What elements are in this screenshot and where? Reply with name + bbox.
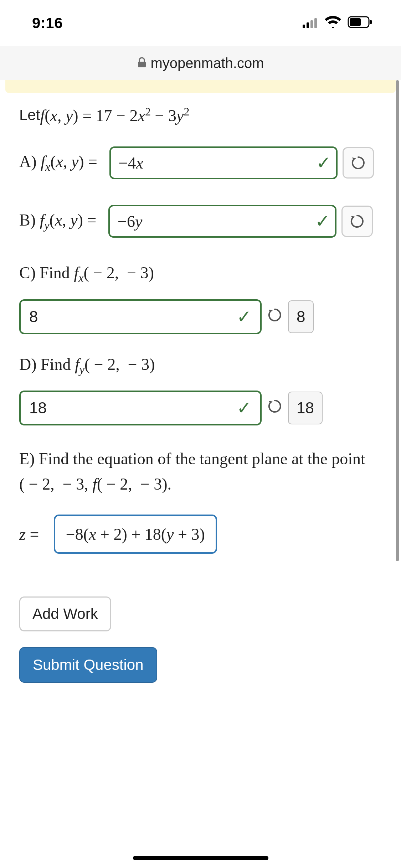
- part-d-answer-row: 18 ✓ 18: [19, 391, 392, 425]
- part-e-text: E) Find the equation of the tangent plan…: [19, 450, 365, 493]
- retry-icon-d[interactable]: [267, 398, 283, 418]
- lock-icon: [137, 57, 146, 69]
- submit-question-button[interactable]: Submit Question: [19, 647, 157, 683]
- text-let: Let: [19, 107, 40, 124]
- notice-band: [5, 80, 396, 93]
- part-e-input[interactable]: −8(x + 2) + 18(y + 3): [54, 515, 217, 554]
- part-e-label: E) Find the equation of the tangent plan…: [19, 446, 392, 497]
- svg-rect-3: [314, 18, 317, 28]
- part-c-value: 8: [29, 308, 38, 326]
- retry-icon: [267, 307, 283, 323]
- svg-rect-0: [303, 25, 305, 28]
- check-icon: ✓: [237, 398, 252, 418]
- math-func: f(x, y) = 17 − 2x2 − 3y2: [40, 105, 189, 125]
- z-equals: z =: [19, 525, 43, 544]
- part-b-row: B) fy(x, y) = −6y ✓: [19, 205, 392, 238]
- status-bar: 9:16: [0, 0, 401, 46]
- part-d-label: D) Find fy( − 2, − 3): [19, 355, 392, 376]
- part-a-input[interactable]: −4x ✓: [109, 146, 338, 179]
- part-c-correct-answer: 8: [288, 300, 314, 333]
- retry-button-a[interactable]: [343, 147, 374, 179]
- question-content: Let f(x, y) = 17 − 2x2 − 3y2 A) fx(x, y)…: [19, 105, 392, 868]
- status-time: 9:16: [32, 15, 63, 32]
- part-d-correct-answer: 18: [288, 392, 323, 424]
- svg-rect-1: [307, 22, 309, 28]
- signal-icon: [303, 15, 318, 32]
- home-indicator[interactable]: [133, 856, 268, 860]
- retry-icon: [349, 213, 365, 229]
- part-b-value: −6y: [118, 212, 142, 231]
- part-d-input[interactable]: 18 ✓: [19, 391, 262, 425]
- check-icon: ✓: [316, 153, 331, 173]
- part-e-equation-row: z = −8(x + 2) + 18(y + 3): [19, 515, 392, 554]
- part-a-label: A) fx(x, y) =: [19, 152, 102, 174]
- check-icon: ✓: [237, 306, 252, 327]
- svg-rect-5: [350, 18, 361, 26]
- svg-rect-6: [370, 20, 372, 24]
- part-c-answer-row: 8 ✓ 8: [19, 299, 392, 334]
- status-right: [303, 15, 372, 32]
- part-e-value: −8(x + 2) + 18(y + 3): [66, 525, 205, 544]
- browser-address-bar[interactable]: myopenmath.com: [0, 46, 401, 80]
- part-b-label: B) fy(x, y) =: [19, 211, 101, 232]
- part-c-label: C) Find fx( − 2, − 3): [19, 263, 392, 285]
- page-domain: myopenmath.com: [151, 55, 264, 71]
- part-d-value: 18: [29, 399, 47, 417]
- part-c-input[interactable]: 8 ✓: [19, 299, 262, 334]
- part-a-row: A) fx(x, y) = −4x ✓: [19, 146, 392, 179]
- part-d-text: D) Find fy( − 2, − 3): [19, 355, 155, 373]
- part-b-input[interactable]: −6y ✓: [108, 205, 336, 238]
- svg-rect-7: [138, 62, 146, 67]
- wifi-icon: [324, 15, 342, 32]
- retry-icon: [267, 398, 283, 414]
- part-a-value: −4x: [119, 154, 143, 172]
- part-d-answer-text: 18: [297, 399, 314, 417]
- retry-icon-c[interactable]: [267, 307, 283, 327]
- svg-rect-2: [310, 20, 313, 28]
- check-icon: ✓: [315, 211, 330, 232]
- retry-icon: [350, 155, 366, 171]
- battery-icon: [348, 15, 372, 32]
- vertical-scrollbar[interactable]: [396, 80, 399, 561]
- retry-button-b[interactable]: [341, 206, 373, 237]
- add-work-button[interactable]: Add Work: [19, 596, 111, 631]
- part-c-text: C) Find fx( − 2, − 3): [19, 264, 154, 282]
- prompt-let: Let f(x, y) = 17 − 2x2 − 3y2: [19, 105, 392, 125]
- part-c-answer-text: 8: [297, 308, 305, 326]
